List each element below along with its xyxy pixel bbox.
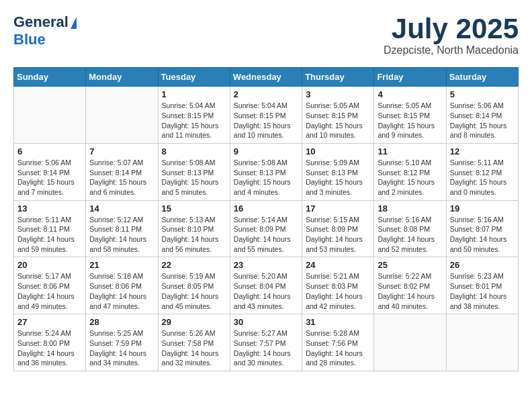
day-number: 5: [450, 89, 515, 99]
calendar-week-row: 1Sunrise: 5:04 AM Sunset: 8:15 PM Daylig…: [14, 87, 519, 144]
day-info: Sunrise: 5:19 AM Sunset: 8:05 PM Dayligh…: [162, 271, 226, 311]
calendar-cell: 11Sunrise: 5:10 AM Sunset: 8:12 PM Dayli…: [374, 143, 446, 200]
calendar-cell: 16Sunrise: 5:14 AM Sunset: 8:09 PM Dayli…: [230, 200, 302, 257]
location-title: Dzepciste, North Macedonia: [384, 44, 519, 56]
calendar-cell: 18Sunrise: 5:16 AM Sunset: 8:08 PM Dayli…: [374, 200, 446, 257]
day-number: 14: [89, 203, 154, 214]
calendar-cell: 13Sunrise: 5:11 AM Sunset: 8:11 PM Dayli…: [14, 200, 86, 257]
calendar-cell: [446, 314, 518, 371]
day-number: 21: [89, 260, 154, 270]
calendar-cell: 19Sunrise: 5:16 AM Sunset: 8:07 PM Dayli…: [446, 200, 518, 257]
logo-arrow-icon: [71, 17, 77, 29]
calendar-cell: 12Sunrise: 5:11 AM Sunset: 8:12 PM Dayli…: [446, 143, 518, 200]
calendar-cell: 1Sunrise: 5:04 AM Sunset: 8:15 PM Daylig…: [158, 87, 230, 144]
day-number: 27: [17, 317, 82, 327]
calendar-cell: [14, 87, 86, 144]
calendar-cell: 23Sunrise: 5:20 AM Sunset: 8:04 PM Dayli…: [230, 257, 302, 314]
logo: General Blue: [13, 13, 77, 48]
day-number: 9: [234, 146, 298, 156]
calendar-cell: 4Sunrise: 5:05 AM Sunset: 8:15 PM Daylig…: [374, 87, 446, 144]
day-info: Sunrise: 5:15 AM Sunset: 8:09 PM Dayligh…: [306, 215, 370, 255]
day-info: Sunrise: 5:18 AM Sunset: 8:06 PM Dayligh…: [89, 271, 154, 311]
calendar-weekday-thursday: Thursday: [302, 68, 374, 87]
day-info: Sunrise: 5:10 AM Sunset: 8:12 PM Dayligh…: [378, 158, 442, 197]
calendar-cell: 6Sunrise: 5:06 AM Sunset: 8:14 PM Daylig…: [14, 143, 86, 200]
day-info: Sunrise: 5:11 AM Sunset: 8:12 PM Dayligh…: [450, 158, 515, 197]
day-info: Sunrise: 5:09 AM Sunset: 8:13 PM Dayligh…: [306, 158, 370, 197]
calendar-week-row: 13Sunrise: 5:11 AM Sunset: 8:11 PM Dayli…: [14, 200, 519, 257]
day-number: 19: [450, 203, 515, 214]
day-info: Sunrise: 5:14 AM Sunset: 8:09 PM Dayligh…: [234, 215, 298, 255]
day-number: 22: [162, 260, 226, 270]
day-info: Sunrise: 5:25 AM Sunset: 7:59 PM Dayligh…: [89, 328, 154, 368]
day-info: Sunrise: 5:22 AM Sunset: 8:02 PM Dayligh…: [378, 271, 442, 311]
day-info: Sunrise: 5:07 AM Sunset: 8:14 PM Dayligh…: [89, 158, 154, 197]
calendar-cell: [86, 87, 158, 144]
calendar-weekday-saturday: Saturday: [446, 68, 518, 87]
day-number: 8: [162, 146, 226, 156]
calendar-cell: 25Sunrise: 5:22 AM Sunset: 8:02 PM Dayli…: [374, 257, 446, 314]
day-info: Sunrise: 5:23 AM Sunset: 8:01 PM Dayligh…: [450, 271, 515, 311]
calendar-cell: 26Sunrise: 5:23 AM Sunset: 8:01 PM Dayli…: [446, 257, 518, 314]
day-number: 24: [306, 260, 370, 270]
day-info: Sunrise: 5:05 AM Sunset: 8:15 PM Dayligh…: [306, 101, 370, 140]
day-number: 16: [234, 203, 298, 214]
day-number: 10: [306, 146, 370, 156]
day-info: Sunrise: 5:27 AM Sunset: 7:57 PM Dayligh…: [234, 328, 298, 368]
calendar-cell: 24Sunrise: 5:21 AM Sunset: 8:03 PM Dayli…: [302, 257, 374, 314]
calendar-cell: 29Sunrise: 5:26 AM Sunset: 7:58 PM Dayli…: [158, 314, 230, 371]
day-number: 28: [89, 317, 154, 327]
day-number: 25: [378, 260, 442, 270]
calendar-week-row: 20Sunrise: 5:17 AM Sunset: 8:06 PM Dayli…: [14, 257, 519, 314]
day-info: Sunrise: 5:11 AM Sunset: 8:11 PM Dayligh…: [17, 215, 82, 255]
page-header: General Blue July 2025 Dzepciste, North …: [13, 13, 519, 56]
day-info: Sunrise: 5:06 AM Sunset: 8:14 PM Dayligh…: [17, 158, 82, 197]
logo-blue: Blue: [13, 31, 46, 48]
day-number: 11: [378, 146, 442, 156]
day-number: 1: [162, 89, 226, 99]
calendar-weekday-friday: Friday: [374, 68, 446, 87]
title-area: July 2025 Dzepciste, North Macedonia: [384, 13, 519, 56]
calendar-cell: 7Sunrise: 5:07 AM Sunset: 8:14 PM Daylig…: [86, 143, 158, 200]
calendar-cell: 15Sunrise: 5:13 AM Sunset: 8:10 PM Dayli…: [158, 200, 230, 257]
day-number: 30: [234, 317, 298, 327]
day-info: Sunrise: 5:20 AM Sunset: 8:04 PM Dayligh…: [234, 271, 298, 311]
day-info: Sunrise: 5:17 AM Sunset: 8:06 PM Dayligh…: [17, 271, 82, 311]
calendar-cell: 20Sunrise: 5:17 AM Sunset: 8:06 PM Dayli…: [14, 257, 86, 314]
day-number: 23: [234, 260, 298, 270]
calendar-cell: 22Sunrise: 5:19 AM Sunset: 8:05 PM Dayli…: [158, 257, 230, 314]
calendar-cell: 3Sunrise: 5:05 AM Sunset: 8:15 PM Daylig…: [302, 87, 374, 144]
day-info: Sunrise: 5:28 AM Sunset: 7:56 PM Dayligh…: [306, 328, 370, 368]
calendar-weekday-wednesday: Wednesday: [230, 68, 302, 87]
day-number: 29: [162, 317, 226, 327]
day-number: 6: [17, 146, 82, 156]
calendar-cell: [374, 314, 446, 371]
day-number: 26: [450, 260, 515, 270]
day-info: Sunrise: 5:21 AM Sunset: 8:03 PM Dayligh…: [306, 271, 370, 311]
day-number: 15: [162, 203, 226, 214]
day-info: Sunrise: 5:08 AM Sunset: 8:13 PM Dayligh…: [162, 158, 226, 197]
day-info: Sunrise: 5:26 AM Sunset: 7:58 PM Dayligh…: [162, 328, 226, 368]
calendar-week-row: 6Sunrise: 5:06 AM Sunset: 8:14 PM Daylig…: [14, 143, 519, 200]
calendar-cell: 9Sunrise: 5:08 AM Sunset: 8:13 PM Daylig…: [230, 143, 302, 200]
day-number: 31: [306, 317, 370, 327]
calendar-cell: 14Sunrise: 5:12 AM Sunset: 8:11 PM Dayli…: [86, 200, 158, 257]
calendar-cell: 8Sunrise: 5:08 AM Sunset: 8:13 PM Daylig…: [158, 143, 230, 200]
day-info: Sunrise: 5:06 AM Sunset: 8:14 PM Dayligh…: [450, 101, 515, 140]
calendar-cell: 28Sunrise: 5:25 AM Sunset: 7:59 PM Dayli…: [86, 314, 158, 371]
day-number: 20: [17, 260, 82, 270]
calendar-cell: 21Sunrise: 5:18 AM Sunset: 8:06 PM Dayli…: [86, 257, 158, 314]
day-number: 13: [17, 203, 82, 214]
calendar-cell: 30Sunrise: 5:27 AM Sunset: 7:57 PM Dayli…: [230, 314, 302, 371]
day-info: Sunrise: 5:04 AM Sunset: 8:15 PM Dayligh…: [234, 101, 298, 140]
day-info: Sunrise: 5:08 AM Sunset: 8:13 PM Dayligh…: [234, 158, 298, 197]
calendar-weekday-sunday: Sunday: [14, 68, 86, 87]
calendar-cell: 17Sunrise: 5:15 AM Sunset: 8:09 PM Dayli…: [302, 200, 374, 257]
calendar-weekday-monday: Monday: [86, 68, 158, 87]
calendar-weekday-tuesday: Tuesday: [158, 68, 230, 87]
day-info: Sunrise: 5:04 AM Sunset: 8:15 PM Dayligh…: [162, 101, 226, 140]
day-info: Sunrise: 5:16 AM Sunset: 8:08 PM Dayligh…: [378, 215, 442, 255]
calendar-cell: 27Sunrise: 5:24 AM Sunset: 8:00 PM Dayli…: [14, 314, 86, 371]
calendar-header-row: SundayMondayTuesdayWednesdayThursdayFrid…: [14, 68, 519, 87]
calendar-cell: 31Sunrise: 5:28 AM Sunset: 7:56 PM Dayli…: [302, 314, 374, 371]
